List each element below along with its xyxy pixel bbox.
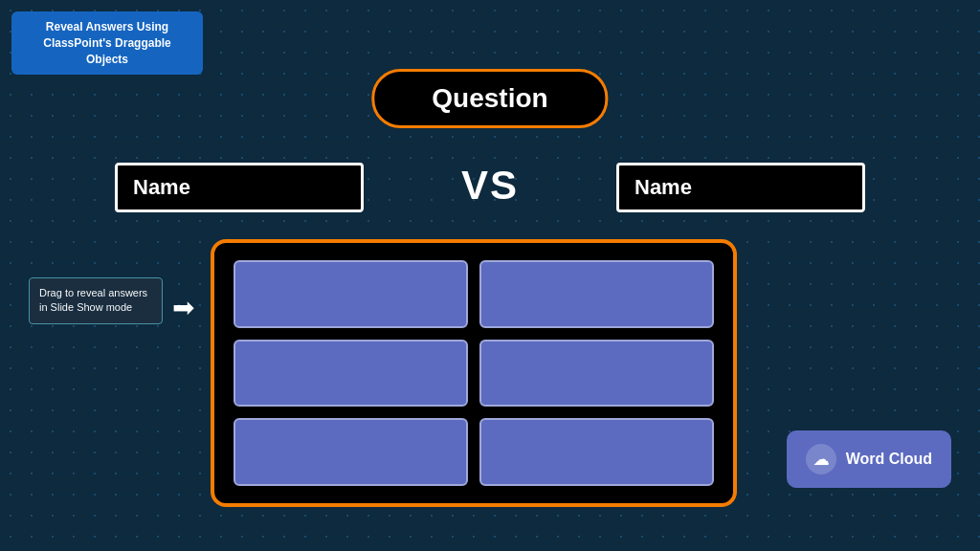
word-cloud-button[interactable]: ☁ Word Cloud — [787, 430, 951, 488]
word-cloud-label: Word Cloud — [846, 451, 932, 468]
vs-label: VS — [461, 163, 519, 209]
grid-cell-1[interactable] — [234, 260, 468, 328]
grid-cell-4[interactable] — [479, 340, 714, 408]
answer-grid — [211, 239, 737, 507]
grid-cell-6[interactable] — [479, 418, 714, 486]
name-left-box: Name — [115, 163, 364, 212]
grid-cell-2[interactable] — [479, 260, 714, 328]
grid-cell-5[interactable] — [234, 418, 468, 486]
name-right-box: Name — [616, 163, 865, 212]
word-cloud-icon: ☁ — [806, 444, 836, 474]
question-box: Question — [371, 69, 608, 128]
drag-arrow-icon: ➡ — [172, 292, 194, 323]
top-label: Reveal Answers Using ClassPoint's Dragga… — [11, 11, 203, 75]
grid-cell-3[interactable] — [234, 340, 468, 408]
drag-hint: Drag to reveal answers in Slide Show mod… — [29, 277, 163, 324]
